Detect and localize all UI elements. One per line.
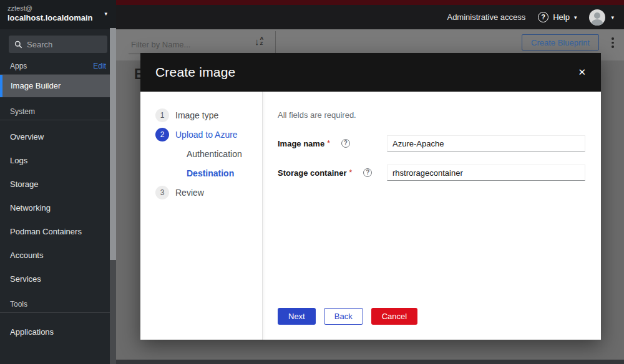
host-name: localhost.localdomain: [7, 13, 109, 22]
wizard-step-image-type[interactable]: 1 Image type: [155, 108, 262, 122]
storage-container-label: Storage container: [278, 168, 347, 178]
wizard-step-upload-to-azure[interactable]: 2 Upload to Azure: [155, 128, 262, 141]
cockpit-screen: Administrative access ? Help ▾ ▾ zztest@…: [0, 0, 624, 364]
modal-header: Create image ✕: [140, 53, 601, 92]
sidebar-item-logs[interactable]: Logs: [0, 149, 116, 173]
host-user: zztest@: [7, 4, 109, 12]
sidebar-section-tools: Tools: [0, 300, 116, 313]
wizard-step-review[interactable]: 3 Review: [155, 186, 262, 199]
help-popover-icon[interactable]: ?: [363, 168, 372, 177]
help-menu[interactable]: ? Help ▾: [538, 12, 577, 22]
masthead: Administrative access ? Help ▾ ▾: [116, 0, 624, 29]
required-asterisk: *: [349, 168, 353, 177]
wizard-footer: Next Back Cancel: [278, 308, 417, 325]
sidebar-item-services[interactable]: Services: [0, 267, 116, 291]
sidebar-item-image-builder[interactable]: Image Builder: [0, 75, 116, 97]
step-number: 2: [155, 128, 169, 141]
chevron-down-icon: ▾: [611, 14, 614, 21]
tools-nav-list: Applications: [0, 313, 116, 344]
page-bottom-strip: [116, 360, 624, 364]
step-number: 3: [155, 186, 169, 199]
step-number: 1: [155, 108, 169, 122]
sort-az-icon[interactable]: ↓ A Z: [255, 36, 263, 46]
create-blueprint-button[interactable]: Create Blueprint: [522, 34, 599, 50]
wizard-nav: 1 Image type 2 Upload to Azure Authentic…: [140, 92, 263, 340]
help-question-icon: ?: [538, 12, 548, 22]
host-switcher[interactable]: zztest@ localhost.localdomain ▾: [0, 0, 116, 29]
help-label: Help: [553, 12, 570, 22]
required-asterisk: *: [327, 139, 330, 148]
sidebar: zztest@ localhost.localdomain ▾ Search A…: [0, 0, 116, 364]
apps-edit-link[interactable]: Edit: [93, 62, 106, 70]
apps-header: Apps: [10, 62, 27, 70]
chevron-down-icon: ▾: [104, 11, 107, 17]
close-icon[interactable]: ✕: [578, 67, 586, 78]
sidebar-search-input[interactable]: Search: [9, 36, 107, 53]
sidebar-item-accounts[interactable]: Accounts: [0, 244, 116, 267]
image-name-label: Image name: [278, 139, 324, 148]
sidebar-item-overview[interactable]: Overview: [0, 125, 116, 149]
sidebar-section-system: System: [0, 107, 116, 120]
sidebar-search-placeholder: Search: [27, 40, 52, 49]
next-button[interactable]: Next: [278, 308, 316, 325]
image-name-field-row: Image name * ?: [278, 135, 586, 151]
back-button[interactable]: Back: [324, 308, 363, 325]
sidebar-scrollbar-thumb[interactable]: [110, 28, 116, 260]
sidebar-item-podman-containers[interactable]: Podman Containers: [0, 220, 116, 244]
wizard-content: All fields are required. Image name * ? …: [263, 92, 601, 340]
search-icon: [14, 41, 22, 49]
storage-container-field-row: Storage container * ?: [278, 165, 586, 181]
apps-header-row: Apps Edit: [0, 62, 116, 75]
administrative-access-button[interactable]: Administrative access: [447, 12, 525, 22]
session-menu[interactable]: ▾: [589, 9, 614, 26]
sidebar-scrollbar[interactable]: [110, 28, 116, 364]
sidebar-item-storage[interactable]: Storage: [0, 173, 116, 196]
sidebar-item-applications[interactable]: Applications: [0, 320, 116, 344]
filter-by-name-input[interactable]: [129, 36, 246, 54]
avatar: [589, 9, 605, 26]
system-nav-list: Overview Logs Storage Networking Podman …: [0, 120, 116, 291]
wizard-substep-authentication[interactable]: Authentication: [155, 147, 262, 161]
modal-body: 1 Image type 2 Upload to Azure Authentic…: [140, 92, 601, 340]
create-image-modal: Create image ✕ 1 Image type 2 Upload to …: [140, 53, 601, 340]
wizard-substep-destination[interactable]: Destination: [155, 166, 262, 180]
image-name-input[interactable]: [387, 135, 585, 151]
required-fields-note: All fields are required.: [278, 110, 586, 120]
kebab-menu-icon[interactable]: [612, 37, 614, 50]
sidebar-item-networking[interactable]: Networking: [0, 196, 116, 220]
modal-title: Create image: [155, 65, 235, 80]
help-popover-icon[interactable]: ?: [341, 139, 350, 148]
chevron-down-icon: ▾: [574, 14, 577, 21]
cancel-button[interactable]: Cancel: [371, 308, 417, 325]
storage-container-input[interactable]: [387, 165, 585, 181]
